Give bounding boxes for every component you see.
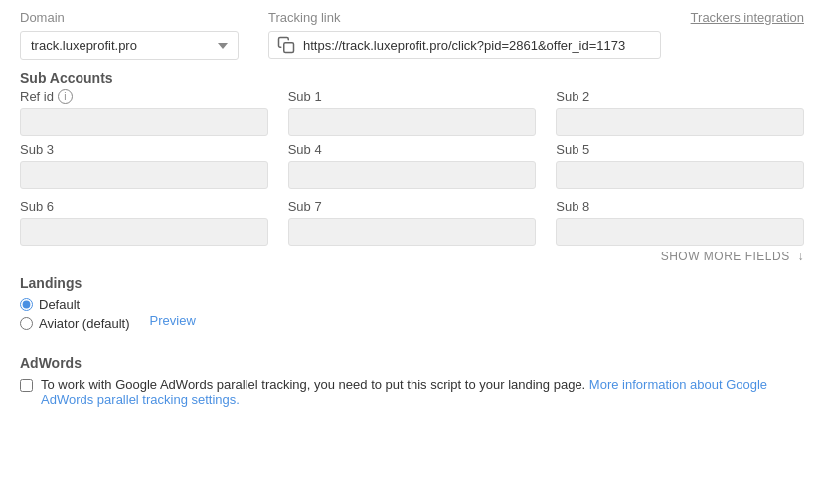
- sub6-label: Sub 6: [20, 199, 268, 214]
- ref-id-label: Ref id: [20, 89, 54, 104]
- sub7-label: Sub 7: [288, 199, 537, 214]
- landing-default-item[interactable]: Default: [20, 297, 130, 312]
- sub6-group: Sub 6: [20, 199, 268, 246]
- info-icon[interactable]: i: [58, 89, 73, 104]
- domain-select[interactable]: track.luxeprofit.pro: [20, 31, 239, 60]
- show-more-label: SHOW MORE FIELDS: [661, 250, 790, 263]
- sub8-group: Sub 8: [556, 199, 804, 246]
- sub1-label: Sub 1: [288, 89, 537, 104]
- landing-aviator-label: Aviator (default): [39, 316, 130, 331]
- sub7-input[interactable]: [288, 218, 537, 246]
- landing-aviator-item[interactable]: Aviator (default): [20, 316, 130, 331]
- landings-section: Landings Default Aviator (default) Previ…: [20, 275, 804, 343]
- sub8-label: Sub 8: [556, 199, 804, 214]
- sub3-label: Sub 3: [20, 142, 268, 157]
- sub7-group: Sub 7: [288, 199, 537, 246]
- tracking-url: https://track.luxeprofit.pro/click?pid=2…: [303, 38, 652, 53]
- landings-title: Landings: [20, 275, 804, 291]
- sub1-group: Sub 1: [288, 89, 537, 136]
- sub5-label: Sub 5: [556, 142, 804, 157]
- landings-radio-group: Default Aviator (default): [20, 297, 130, 335]
- landing-aviator-radio[interactable]: [20, 317, 33, 330]
- sub4-label: Sub 4: [288, 142, 537, 157]
- sub6-input[interactable]: [20, 218, 268, 246]
- sub1-input[interactable]: [288, 108, 537, 136]
- adwords-checkbox[interactable]: [20, 379, 33, 392]
- copy-icon[interactable]: [277, 36, 295, 54]
- ref-id-input[interactable]: [20, 108, 268, 136]
- domain-value: track.luxeprofit.pro: [31, 38, 137, 53]
- landing-default-radio[interactable]: [20, 298, 33, 311]
- sub3-group: Sub 3: [20, 142, 268, 189]
- sub8-input[interactable]: [556, 218, 804, 246]
- adwords-section: AdWords To work with Google AdWords para…: [20, 355, 804, 407]
- landing-default-label: Default: [39, 297, 80, 312]
- sub2-input[interactable]: [556, 108, 804, 136]
- adwords-text: To work with Google AdWords parallel tra…: [41, 377, 804, 407]
- tracking-link-label: Tracking link: [268, 10, 661, 25]
- sub4-input[interactable]: [288, 161, 537, 189]
- adwords-row: To work with Google AdWords parallel tra…: [20, 377, 804, 407]
- sub4-group: Sub 4: [288, 142, 537, 189]
- show-more-fields[interactable]: SHOW MORE FIELDS ↓: [20, 250, 804, 263]
- ref-id-group: Ref id i: [20, 89, 268, 136]
- domain-label: Domain: [20, 10, 239, 25]
- chevron-down-icon: [218, 43, 228, 49]
- adwords-description: To work with Google AdWords parallel tra…: [41, 377, 585, 392]
- sub5-input[interactable]: [556, 161, 804, 189]
- trackers-integration-link[interactable]: Trackers integration: [691, 10, 804, 25]
- sub-accounts-title: Sub Accounts: [20, 70, 804, 85]
- tracking-link-box: https://track.luxeprofit.pro/click?pid=2…: [268, 31, 661, 59]
- adwords-title: AdWords: [20, 355, 804, 371]
- sub2-label: Sub 2: [556, 89, 804, 104]
- sub5-group: Sub 5: [556, 142, 804, 189]
- sub2-group: Sub 2: [556, 89, 804, 136]
- show-more-arrow-icon: ↓: [798, 250, 805, 263]
- svg-rect-0: [284, 43, 294, 53]
- preview-link[interactable]: Preview: [150, 313, 196, 328]
- sub3-input[interactable]: [20, 161, 268, 189]
